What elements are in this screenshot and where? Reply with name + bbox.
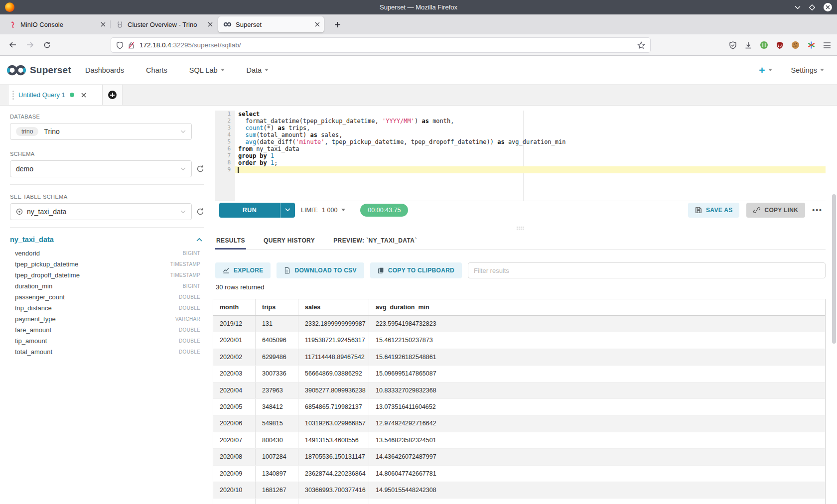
refresh-tables-icon[interactable] xyxy=(196,208,204,216)
window-close-icon[interactable] xyxy=(824,3,832,11)
table-select[interactable]: ny_taxi_data xyxy=(10,203,192,220)
ublock-shield-icon[interactable] xyxy=(776,41,784,49)
shield-icon[interactable] xyxy=(116,41,124,49)
superset-infinity-logo[interactable] xyxy=(6,64,27,76)
chevron-down-icon xyxy=(180,210,186,214)
column-header-cell[interactable]: sales xyxy=(298,299,369,315)
nav-item-sql-lab[interactable]: SQL Lab xyxy=(189,66,225,74)
schema-select[interactable]: demo xyxy=(10,160,192,177)
tab-close-icon[interactable] xyxy=(101,22,106,27)
column-type: BIGINT xyxy=(183,251,200,256)
cookie-icon[interactable] xyxy=(791,41,800,49)
new-item-button[interactable]: + xyxy=(759,65,772,75)
pane-drag-handle[interactable] xyxy=(517,227,525,231)
browser-tab-superset[interactable]: Superset xyxy=(218,16,324,32)
add-query-tab-button[interactable] xyxy=(103,85,123,105)
nav-item-charts[interactable]: Charts xyxy=(146,66,167,74)
refresh-schemas-icon[interactable] xyxy=(196,165,204,173)
collapse-chevron-up-icon[interactable] xyxy=(196,238,202,242)
more-actions-button[interactable]: ••• xyxy=(812,206,823,214)
tab-title: Cluster Overview - Trino xyxy=(128,21,208,28)
settings-menu[interactable]: Settings xyxy=(791,66,824,74)
downloads-icon[interactable] xyxy=(744,41,752,49)
copy-link-button[interactable]: COPY LINK xyxy=(746,203,805,218)
run-button[interactable]: RUN xyxy=(219,203,295,218)
browser-tab-minio[interactable]: MinIO Console xyxy=(4,16,110,32)
reload-button-icon[interactable] xyxy=(40,38,54,52)
brand-name[interactable]: Superset xyxy=(30,65,71,76)
download-csv-button[interactable]: DOWNLOAD TO CSV xyxy=(277,262,364,278)
sql-code-line[interactable] xyxy=(235,166,826,173)
table-schema-header[interactable]: ny_taxi_data xyxy=(10,236,204,244)
forward-button-icon[interactable] xyxy=(23,38,37,52)
table-cell: 549815 xyxy=(256,415,298,431)
tab-results[interactable]: RESULTS xyxy=(215,234,246,249)
results-tabbar: RESULTSQUERY HISTORYPREVIEW: `NY_TAXI_DA… xyxy=(215,234,826,250)
sql-code-line[interactable]: select xyxy=(235,111,826,118)
column-header-cell[interactable]: month xyxy=(213,299,256,315)
browser-tab-trino[interactable]: Cluster Overview - Trino xyxy=(111,16,217,32)
copy-clipboard-button[interactable]: COPY TO CLIPBOARD xyxy=(370,262,462,278)
sql-code-line[interactable]: from ny_taxi_data xyxy=(235,145,826,152)
window-maximize-icon[interactable] xyxy=(809,4,815,10)
insecure-lock-icon[interactable] xyxy=(128,41,135,49)
sql-token: 'minute' xyxy=(296,138,325,145)
sql-code-line[interactable]: count(*) as trips, xyxy=(235,125,826,131)
drag-grip-icon[interactable] xyxy=(12,91,14,100)
chevron-down-icon xyxy=(820,69,824,71)
sql-code-line[interactable]: sum(total_amount) as sales, xyxy=(235,131,826,138)
editor-code-area[interactable]: select format_datetime(tpep_pickup_datet… xyxy=(235,111,826,201)
sql-code-line[interactable]: format_datetime(tpep_pickup_datetime, 'Y… xyxy=(235,118,826,125)
query-tab-label: Untitled Query 1 xyxy=(18,91,65,99)
editor-line-number: 5 xyxy=(215,138,235,145)
table-cell: 14913153.4600556 xyxy=(298,432,369,448)
sql-editor[interactable]: 123456789 select format_datetime(tpep_pi… xyxy=(215,111,826,201)
sql-token: , tpep_pickup_datetime, tpep_dropoff_dat… xyxy=(324,138,497,145)
nav-item-dashboards[interactable]: Dashboards xyxy=(85,66,124,74)
explore-button[interactable]: EXPLORE xyxy=(215,262,271,278)
scrollbar-thumb[interactable] xyxy=(832,194,836,344)
database-select[interactable]: trino Trino xyxy=(10,123,192,140)
sql-code-line[interactable]: group by 1 xyxy=(235,152,826,159)
nav-item-data[interactable]: Data xyxy=(247,66,269,74)
tab-query-history[interactable]: QUERY HISTORY xyxy=(263,234,316,249)
filter-results-input[interactable] xyxy=(468,262,826,278)
protections-shield-icon[interactable] xyxy=(729,41,737,49)
tab-preview-ny-taxi-data[interactable]: PREVIEW: `NY_TAXI_DATA` xyxy=(332,234,418,249)
table-cell: 1007284 xyxy=(256,449,298,465)
table-icon xyxy=(16,208,23,215)
sql-code-line[interactable]: order by 1; xyxy=(235,159,826,166)
bookmark-star-icon[interactable] xyxy=(637,41,645,49)
column-name: total_amount xyxy=(15,348,52,356)
tab-close-icon[interactable] xyxy=(315,22,320,27)
table-cell: 1340897 xyxy=(256,466,298,482)
column-header-cell[interactable]: trips xyxy=(256,299,298,315)
schema-value: demo xyxy=(16,165,33,173)
save-as-button[interactable]: SAVE AS xyxy=(688,203,739,218)
tab-close-icon[interactable] xyxy=(208,22,213,27)
query-tab-close-icon[interactable] xyxy=(81,93,86,98)
editor-gutter: 123456789 xyxy=(215,111,235,201)
sql-token: select xyxy=(238,111,260,118)
table-cell: 3007336 xyxy=(256,366,298,381)
column-header-cell[interactable]: avg_duration_min xyxy=(369,299,825,315)
window-minimize-icon[interactable] xyxy=(795,5,801,9)
query-tab[interactable]: Untitled Query 1 xyxy=(8,85,103,105)
limit-dropdown[interactable]: LIMIT: 1 000 xyxy=(301,207,345,214)
window-titlebar: Superset — Mozilla Firefox xyxy=(0,0,837,14)
run-options-chevron-icon[interactable] xyxy=(280,203,295,218)
url-bar[interactable]: 172.18.0.4:32295/superset/sqllab/ xyxy=(111,37,651,53)
table-cell: 2020/10 xyxy=(213,482,256,498)
back-button-icon[interactable] xyxy=(6,38,20,52)
extension-asterisk-icon[interactable] xyxy=(807,41,816,49)
new-tab-plus-icon[interactable] xyxy=(331,18,344,31)
table-cell: 13.546823582324501 xyxy=(369,432,825,448)
table-row: 2020/09134089723628744.22023686414.80604… xyxy=(213,466,825,482)
divider xyxy=(10,184,204,185)
menu-hamburger-icon[interactable] xyxy=(823,42,831,49)
text-cursor xyxy=(238,167,239,173)
sql-token: sum xyxy=(245,131,256,138)
sql-code-line[interactable]: avg(date_diff('minute', tpep_pickup_date… xyxy=(235,138,826,145)
table-cell: 6299486 xyxy=(256,349,298,365)
extension-green-icon[interactable] xyxy=(760,41,768,49)
